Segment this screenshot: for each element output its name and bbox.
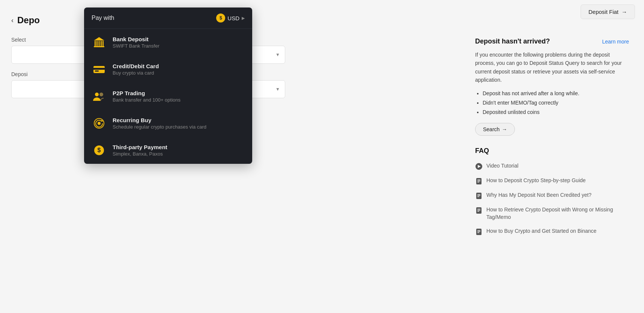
currency-selector[interactable]: $ USD ▶ <box>216 13 245 22</box>
p2p-icon <box>92 89 107 104</box>
svg-point-11 <box>99 93 103 96</box>
play-icon <box>475 163 483 170</box>
credit-card-title: Credit/Debit Card <box>113 63 245 69</box>
svg-rect-31 <box>477 230 480 231</box>
bullet-list: Deposit has not arrived after a long whi… <box>475 89 629 117</box>
svg-text:$: $ <box>98 147 101 153</box>
svg-rect-0 <box>94 46 104 47</box>
thirdparty-text: Third-party Payment Simplex, Banxa, Paxo… <box>113 144 245 157</box>
credit-card-text: Credit/Debit Card Buy crypto via card <box>113 63 245 76</box>
back-arrow-icon[interactable]: ‹ <box>11 16 14 24</box>
thirdparty-icon: $ <box>92 143 107 158</box>
currency-chevron-icon: ▶ <box>242 16 245 21</box>
bullet-item-3: Deposited unlisted coins <box>483 108 629 117</box>
bullet-item-2: Didn't enter MEMO/Tag correctly <box>483 98 629 108</box>
doc-icon-1 <box>475 177 483 185</box>
faq-link-deposit-guide[interactable]: How to Deposit Crypto Step-by-step Guide <box>486 177 586 184</box>
currency-label: USD <box>227 15 239 21</box>
svg-rect-4 <box>101 41 102 46</box>
currency-icon: $ <box>216 13 225 22</box>
svg-rect-2 <box>96 41 98 46</box>
search-button-arrow: → <box>502 126 507 132</box>
search-button[interactable]: Search → <box>475 123 515 136</box>
recurring-subtitle: Schedule regular crypto purchases via ca… <box>113 124 245 130</box>
bullet-item-1: Deposit has not arrived after a long whi… <box>483 89 629 98</box>
recurring-icon <box>92 116 107 131</box>
menu-item-thirdparty[interactable]: $ Third-party Payment Simplex, Banxa, Pa… <box>84 137 252 164</box>
svg-rect-28 <box>477 210 480 211</box>
page-title: Depo <box>17 15 40 25</box>
faq-item-get-started[interactable]: How to Buy Crypto and Get Started on Bin… <box>475 228 629 235</box>
svg-marker-6 <box>94 37 104 40</box>
svg-rect-3 <box>99 41 100 46</box>
doc-icon-4 <box>475 228 483 235</box>
faq-title: FAQ <box>475 147 629 155</box>
faq-item-not-credited[interactable]: Why Has My Deposit Not Been Credited yet… <box>475 192 629 199</box>
left-section: ‹ Depo Select ▼ Deposi ▼ Pay with $ USD … <box>0 7 464 250</box>
menu-item-recurring[interactable]: Recurring Buy Schedule regular crypto pu… <box>84 110 252 137</box>
faq-link-video-tutorial[interactable]: Video Tutorial <box>486 162 518 170</box>
bank-deposit-subtitle: SWIFT Bank Transfer <box>113 43 245 49</box>
faq-link-wrong-tag[interactable]: How to Retrieve Crypto Deposit with Wron… <box>486 206 629 221</box>
deposit-alert-title: Deposit hasn't arrived? <box>475 37 550 45</box>
thirdparty-subtitle: Simplex, Banxa, Paxos <box>113 151 245 157</box>
svg-rect-29 <box>477 211 479 212</box>
pay-with-dropdown-menu: Pay with $ USD ▶ <box>84 7 252 164</box>
deposit-fiat-label: Deposit Fiat <box>588 9 618 15</box>
svg-rect-19 <box>477 180 480 180</box>
menu-item-bank-deposit[interactable]: Bank Deposit SWIFT Bank Transfer <box>84 29 252 56</box>
recurring-text: Recurring Buy Schedule regular crypto pu… <box>113 117 245 130</box>
bank-deposit-title: Bank Deposit <box>113 36 245 42</box>
p2p-subtitle: Bank transfer and 100+ options <box>113 97 245 103</box>
svg-rect-24 <box>477 195 480 196</box>
right-sidebar: Deposit hasn't arrived? Learn more If yo… <box>464 7 644 250</box>
faq-item-video-tutorial[interactable]: Video Tutorial <box>475 162 629 170</box>
svg-rect-8 <box>93 68 105 70</box>
learn-more-link[interactable]: Learn more <box>602 39 629 45</box>
deposit-alert-header: Deposit hasn't arrived? Learn more <box>475 37 629 45</box>
deposit-alert-text: If you encounter the following problems … <box>475 51 629 84</box>
p2p-text: P2P Trading Bank transfer and 100+ optio… <box>113 90 245 103</box>
faq-section: FAQ Video Tutorial How to Deposit Crypto… <box>475 147 629 235</box>
svg-rect-32 <box>477 231 480 232</box>
doc-icon-2 <box>475 192 483 199</box>
faq-item-wrong-tag[interactable]: How to Retrieve Crypto Deposit with Wron… <box>475 206 629 221</box>
svg-rect-1 <box>95 41 96 46</box>
faq-link-not-credited[interactable]: Why Has My Deposit Not Been Credited yet… <box>486 192 591 199</box>
deposit-fiat-arrow: → <box>621 9 627 15</box>
svg-rect-23 <box>477 194 480 195</box>
bank-deposit-text: Bank Deposit SWIFT Bank Transfer <box>113 36 245 49</box>
menu-item-credit-card[interactable]: Credit/Debit Card Buy crypto via card <box>84 56 252 83</box>
svg-rect-21 <box>477 182 479 183</box>
svg-point-13 <box>98 122 101 125</box>
pay-with-label: Pay with <box>92 15 114 21</box>
dropdown-header: Pay with $ USD ▶ <box>84 7 252 29</box>
svg-point-10 <box>95 93 99 96</box>
svg-rect-5 <box>102 41 104 46</box>
credit-card-icon <box>92 62 107 77</box>
menu-item-p2p[interactable]: P2P Trading Bank transfer and 100+ optio… <box>84 83 252 110</box>
faq-link-get-started[interactable]: How to Buy Crypto and Get Started on Bin… <box>486 228 596 235</box>
recurring-title: Recurring Buy <box>113 117 245 123</box>
deposit-fiat-button[interactable]: Deposit Fiat → <box>581 4 635 19</box>
svg-rect-33 <box>477 232 479 233</box>
faq-item-deposit-guide[interactable]: How to Deposit Crypto Step-by-step Guide <box>475 177 629 185</box>
header: Deposit Fiat → <box>572 0 644 24</box>
p2p-title: P2P Trading <box>113 90 245 96</box>
credit-card-subtitle: Buy crypto via card <box>113 70 245 76</box>
currency-symbol: $ <box>220 15 222 21</box>
svg-rect-9 <box>95 70 99 72</box>
svg-rect-25 <box>477 196 479 197</box>
svg-rect-20 <box>477 181 480 181</box>
bank-deposit-icon <box>92 35 107 50</box>
thirdparty-title: Third-party Payment <box>113 144 245 150</box>
doc-icon-3 <box>475 207 483 214</box>
main-content: ‹ Depo Select ▼ Deposi ▼ Pay with $ USD … <box>0 0 644 250</box>
deposit-alert-box: Deposit hasn't arrived? Learn more If yo… <box>475 37 629 136</box>
search-button-label: Search <box>483 126 500 132</box>
svg-rect-27 <box>477 209 480 210</box>
